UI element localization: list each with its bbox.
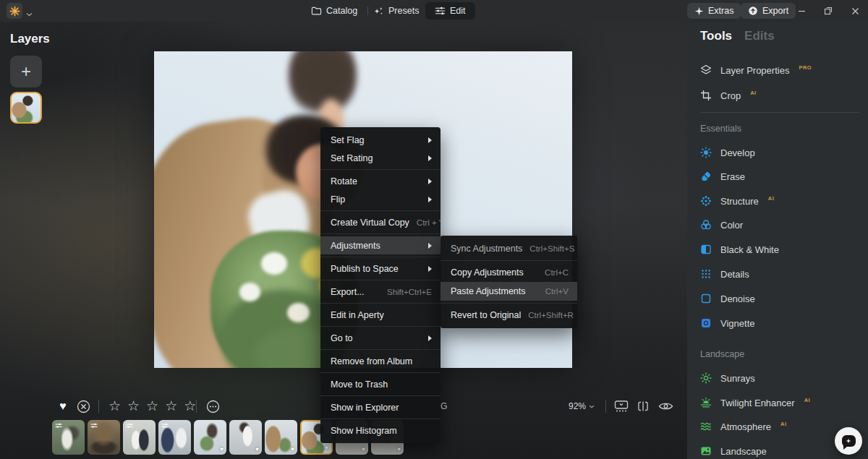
tab-edit[interactable]: Edit: [425, 2, 475, 20]
preview-eye-button[interactable]: [658, 400, 673, 413]
submenu-item-paste-adjustments[interactable]: Paste AdjustmentsCtrl+V: [441, 282, 577, 301]
logo-chevron-down-icon[interactable]: [26, 7, 33, 20]
tool-vignette[interactable]: Vignette: [700, 314, 862, 332]
menu-item-edit-in-aperty[interactable]: Edit in Aperty: [320, 306, 441, 324]
crop-icon: [700, 90, 712, 101]
tool-details[interactable]: Details: [700, 265, 862, 283]
thumb-heart-icon: ♥: [291, 446, 294, 452]
title-bar: Catalog Presets Edit Extras: [0, 0, 868, 22]
submenu-arrow-icon: [428, 137, 432, 143]
tool-denoise[interactable]: Denoise: [700, 290, 862, 307]
submenu-item-sync-adjustments[interactable]: Sync AdjustmentsCtrl+Shift+S: [441, 239, 577, 258]
toolbar-divider: [98, 400, 99, 413]
menu-separator: [320, 257, 441, 257]
landscape-image-icon: [700, 445, 712, 457]
menu-separator: [320, 349, 441, 350]
submenu-arrow-icon: [428, 243, 432, 249]
sunrays-icon: [700, 372, 712, 384]
sliders-icon: [435, 6, 446, 16]
circle-ellipsis-icon: [206, 400, 220, 413]
extras-button[interactable]: Extras: [687, 3, 741, 19]
menu-item-show-in-explorer[interactable]: Show in Explorer: [320, 398, 441, 416]
more-labels-button[interactable]: [206, 400, 220, 413]
layer-thumbnail[interactable]: [10, 92, 42, 124]
tool-sunrays[interactable]: Sunrays: [700, 369, 862, 387]
filmstrip-thumb[interactable]: [123, 420, 156, 455]
filmstrip-thumb[interactable]: ♥: [229, 420, 262, 455]
star-icon[interactable]: ☆: [109, 398, 121, 414]
eye-icon: [658, 400, 673, 413]
atmosphere-waves-icon: [700, 421, 712, 432]
app-logo-button[interactable]: [7, 3, 22, 19]
close-button[interactable]: [844, 0, 866, 22]
before-after-compare-button[interactable]: [637, 400, 650, 413]
menu-separator: [441, 303, 577, 304]
filmstrip-thumb[interactable]: ♥: [194, 420, 226, 455]
menu-item-show-histogram[interactable]: Show Histogram: [320, 421, 441, 439]
tab-catalog[interactable]: Catalog: [311, 0, 357, 22]
thumb-heart-icon: ♥: [325, 445, 328, 451]
filmstrip-thumb[interactable]: [88, 420, 120, 455]
restore-button[interactable]: [817, 0, 839, 22]
tool-layer-properties[interactable]: Layer PropertiesPRO: [700, 61, 862, 79]
pro-badge: PRO: [799, 64, 812, 71]
submenu-item-revert-to-original[interactable]: Revert to OriginalCtrl+Shift+R: [441, 306, 577, 325]
menu-item-rotate[interactable]: Rotate: [320, 172, 441, 190]
sparkle-icon: [694, 7, 704, 16]
menu-separator: [320, 233, 441, 234]
menu-item-go-to[interactable]: Go to: [320, 329, 441, 347]
minimize-button[interactable]: [791, 0, 812, 22]
plus-icon: +: [21, 61, 31, 82]
shortcut-label: Ctrl+Shift+R: [528, 311, 574, 319]
tab-presets[interactable]: Presets: [373, 0, 419, 22]
menu-item-adjustments[interactable]: Adjustments: [320, 236, 441, 254]
filmstrip-thumb[interactable]: ♥: [265, 420, 297, 455]
export-label: Export: [762, 6, 788, 16]
zoom-level-value: 92%: [569, 401, 586, 411]
chat-bubble-icon: [842, 435, 856, 447]
tool-develop[interactable]: Develop: [700, 144, 862, 161]
star-rating[interactable]: ☆☆☆☆☆: [109, 398, 196, 414]
add-layer-button[interactable]: +: [10, 56, 42, 87]
star-icon[interactable]: ☆: [165, 398, 177, 414]
tool-color[interactable]: Color: [700, 216, 862, 233]
zoom-level-control[interactable]: 92%: [569, 401, 595, 411]
star-icon[interactable]: ☆: [184, 398, 196, 414]
tool-structure[interactable]: StructureAI: [700, 192, 862, 210]
export-button[interactable]: Export: [741, 3, 796, 19]
assistant-chat-button[interactable]: [835, 427, 862, 455]
menu-item-remove-from-album[interactable]: Remove from Album: [320, 352, 441, 370]
structure-dots-icon: [700, 195, 712, 207]
bw-icon: [700, 244, 712, 255]
menu-item-move-to-trash[interactable]: Move to Trash: [320, 375, 441, 393]
menu-item-create-virtual-copy[interactable]: Create Virtual CopyCtrl + ': [320, 213, 441, 231]
menu-separator: [441, 260, 577, 261]
filmstrip-thumb[interactable]: [158, 420, 191, 455]
favorite-heart-button[interactable]: ♥: [56, 400, 69, 413]
reject-button[interactable]: [77, 400, 90, 413]
menu-item-set-rating[interactable]: Set Rating: [320, 149, 441, 167]
menu-item-flip[interactable]: Flip: [320, 190, 441, 208]
tool-erase[interactable]: Erase: [700, 168, 862, 185]
star-icon[interactable]: ☆: [127, 398, 140, 414]
ai-badge: AI: [804, 397, 811, 403]
filmstrip-toggle-button[interactable]: [614, 400, 629, 413]
menu-item-export[interactable]: Export...Shift+Ctrl+E: [320, 283, 441, 301]
shortcut-label: Ctrl + ': [417, 218, 441, 227]
photo-flower-2: [239, 283, 260, 301]
edited-sliders-icon: [55, 423, 62, 429]
shortcut-label: Ctrl+C: [545, 268, 569, 277]
tool-black-white[interactable]: Black & White: [700, 241, 862, 258]
menu-separator: [320, 169, 441, 170]
menu-item-set-flag[interactable]: Set Flag: [320, 131, 441, 149]
submenu-item-copy-adjustments[interactable]: Copy AdjustmentsCtrl+C: [441, 263, 577, 282]
zoom-chevron-down-icon: [589, 405, 595, 408]
filmstrip-thumb[interactable]: [52, 420, 85, 455]
star-icon[interactable]: ☆: [146, 398, 158, 414]
menu-item-publish-to-space[interactable]: Publish to Space: [320, 259, 441, 278]
tool-crop[interactable]: CropAI: [700, 87, 862, 104]
tab-tools[interactable]: Tools: [700, 29, 732, 43]
tool-twilight-enhancer[interactable]: Twilight EnhancerAI: [700, 394, 862, 411]
tab-edits[interactable]: Edits: [744, 29, 775, 43]
eraser-icon: [700, 171, 712, 182]
